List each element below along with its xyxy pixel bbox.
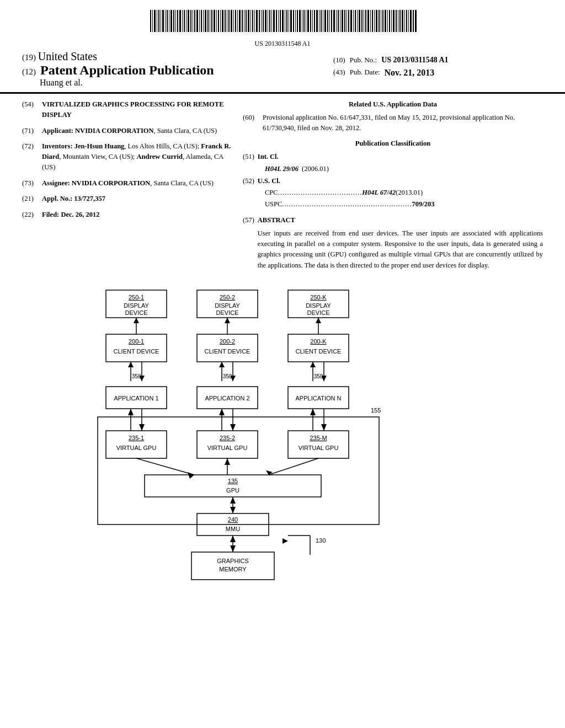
svg-rect-17: [186, 10, 186, 32]
svg-rect-36: [227, 10, 227, 32]
title-content: VIRTUALIZED GRAPHICS PROCESSING FOR REMO…: [42, 99, 232, 120]
related-row: (60) Provisional application No. 61/647,…: [243, 113, 543, 133]
patent-header: (19) United States (12) Patent Applicati…: [0, 50, 565, 94]
svg-rect-12: [175, 10, 176, 32]
appl-no-content: Appl. No.: 13/727,357: [42, 194, 105, 204]
svg-rect-0: [150, 10, 151, 32]
inventors-line: Huang et al.: [40, 78, 333, 88]
svg-rect-68: [295, 10, 296, 32]
svg-rect-118: [402, 10, 403, 32]
svg-marker-180: [219, 409, 225, 415]
svg-text:200-1: 200-1: [129, 338, 144, 345]
svg-rect-83: [327, 10, 328, 32]
svg-rect-51: [259, 10, 260, 32]
svg-text:235-1: 235-1: [129, 435, 144, 441]
svg-text:350: 350: [314, 373, 323, 379]
svg-rect-3: [157, 10, 157, 32]
svg-rect-104: [372, 10, 373, 32]
svg-rect-11: [173, 10, 174, 32]
svg-rect-115: [396, 10, 397, 32]
inventors-content: Inventors: Jen-Hsun Huang, Los Altos Hil…: [42, 141, 232, 172]
related-60-num: (60): [243, 113, 259, 133]
svg-rect-34: [222, 10, 223, 32]
related-title: Related U.S. Application Data: [243, 99, 543, 110]
col-right: Related U.S. Application Data (60) Provi…: [243, 99, 543, 271]
country-name: United States: [38, 50, 97, 62]
svg-rect-94: [350, 10, 352, 32]
svg-rect-7: [165, 10, 166, 32]
svg-rect-45: [246, 10, 247, 32]
svg-marker-182: [230, 424, 236, 431]
svg-rect-97: [357, 10, 358, 32]
svg-rect-87: [336, 10, 337, 32]
appl-no-num: (21): [22, 194, 39, 204]
svg-marker-158: [219, 362, 225, 367]
svg-rect-10: [170, 10, 172, 32]
svg-rect-48: [252, 10, 253, 32]
int-cl-num: (51): [243, 152, 254, 162]
svg-text:CLIENT DEVICE: CLIENT DEVICE: [205, 348, 250, 355]
svg-rect-74: [307, 10, 309, 32]
svg-marker-176: [128, 409, 134, 415]
svg-rect-42: [239, 10, 241, 32]
svg-rect-100: [364, 10, 364, 32]
svg-rect-5: [161, 10, 161, 32]
pub-date-row: (43) Pub. Date: Nov. 21, 2013: [333, 68, 543, 78]
svg-rect-26: [205, 10, 206, 32]
country-num: (19) United States: [22, 50, 333, 63]
svg-rect-41: [237, 10, 238, 32]
cpc-dots: .....................................: [278, 188, 363, 198]
svg-rect-75: [310, 10, 311, 32]
svg-line-199: [136, 458, 194, 475]
svg-rect-21: [194, 10, 195, 32]
int-cl-row: (51) Int. Cl.: [243, 152, 543, 162]
patent-type-label: Patent Application Publication: [40, 63, 214, 78]
svg-rect-88: [338, 10, 339, 32]
title-row: (54) VIRTUALIZED GRAPHICS PROCESSING FOR…: [22, 99, 232, 120]
cpc-value: H04L 67/42: [362, 188, 396, 198]
svg-rect-27: [207, 10, 209, 32]
assignee-row: (73) Assignee: NVIDIA CORPORATION, Santa…: [22, 178, 232, 189]
abstract-row: (57) ABSTRACT User inputs are received f…: [243, 215, 543, 271]
int-cl-detail-row: H04L 29/06 (2006.01): [265, 164, 543, 174]
svg-rect-112: [389, 10, 390, 32]
svg-rect-49: [254, 10, 255, 32]
svg-rect-174: [98, 417, 379, 524]
svg-text:GRAPHICS: GRAPHICS: [217, 558, 248, 564]
svg-rect-105: [374, 10, 375, 32]
patent-type-line: (12) Patent Application Publication: [22, 63, 333, 78]
header-left: (19) United States (12) Patent Applicati…: [22, 50, 333, 88]
appl-no-label: Appl. No.:: [42, 195, 72, 202]
svg-text:200-K: 200-K: [310, 338, 327, 345]
svg-text:DEVICE: DEVICE: [125, 309, 148, 316]
svg-rect-121: [408, 10, 409, 32]
pub-class-title: Publication Classification: [243, 138, 543, 149]
type-num: (12): [22, 67, 36, 77]
svg-rect-70: [299, 10, 301, 32]
int-cl-class: H04L 29/06: [265, 164, 299, 174]
svg-rect-50: [256, 10, 258, 32]
svg-text:350: 350: [132, 373, 141, 379]
svg-rect-55: [268, 10, 268, 32]
svg-text:200-2: 200-2: [220, 338, 235, 345]
svg-rect-93: [348, 10, 349, 32]
svg-rect-114: [393, 10, 395, 32]
int-cl-year: (2006.01): [302, 164, 329, 174]
svg-rect-91: [344, 10, 345, 32]
svg-rect-67: [293, 10, 294, 32]
svg-rect-65: [289, 10, 289, 32]
svg-text:MEMORY: MEMORY: [219, 566, 247, 572]
barcode-image: [145, 10, 420, 38]
svg-rect-69: [297, 10, 298, 32]
assignee-content: Assignee: NVIDIA CORPORATION, Santa Clar…: [42, 178, 214, 189]
svg-rect-40: [235, 10, 236, 32]
svg-rect-123: [413, 10, 414, 32]
svg-rect-59: [276, 10, 277, 32]
svg-rect-107: [379, 10, 380, 32]
svg-marker-138: [134, 318, 139, 323]
assignee-num: (73): [22, 178, 39, 189]
svg-rect-4: [158, 10, 159, 32]
svg-rect-60: [278, 10, 279, 32]
svg-rect-76: [312, 10, 313, 32]
diagram-area: 250-1 DISPLAY DEVICE 250-2 DISPLAY DEVIC…: [0, 271, 565, 620]
